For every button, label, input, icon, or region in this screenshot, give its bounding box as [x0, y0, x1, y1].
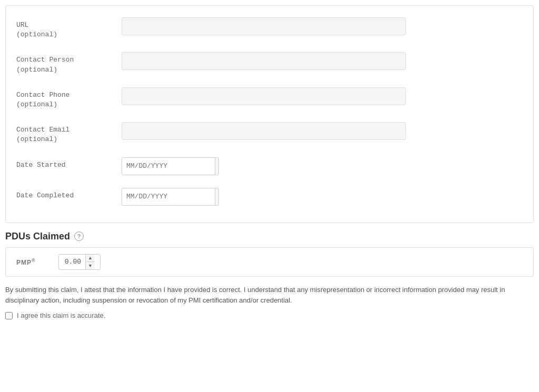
pdus-section-title: PDUs Claimed ?	[5, 231, 534, 242]
contact-phone-input[interactable]	[122, 87, 406, 105]
date-started-row: Date Started	[16, 151, 523, 182]
date-started-input[interactable]	[122, 159, 215, 173]
date-completed-control	[122, 188, 406, 206]
url-input[interactable]	[122, 17, 406, 35]
pmp-value-input[interactable]	[59, 255, 85, 268]
pmp-spinner-buttons: ▲ ▼	[85, 255, 95, 269]
contact-person-control	[122, 52, 406, 70]
contact-phone-control	[122, 87, 406, 105]
url-control	[122, 17, 406, 35]
contact-person-label: Contact Person(optional)	[16, 52, 122, 74]
contact-person-input[interactable]	[122, 52, 406, 70]
date-started-control	[122, 157, 406, 175]
pdus-row: PMP® ▲ ▼	[16, 254, 523, 270]
pmp-spinner-wrapper: ▲ ▼	[58, 254, 101, 270]
url-row: URL(optional)	[16, 11, 523, 46]
agree-row: I agree this claim is accurate.	[5, 311, 534, 319]
pdus-help-icon[interactable]: ?	[74, 232, 84, 241]
contact-email-input[interactable]	[122, 122, 406, 140]
contact-email-label: Contact Email(optional)	[16, 122, 122, 144]
disclaimer-text: By submitting this claim, I attest that …	[5, 285, 534, 307]
date-started-label: Date Started	[16, 157, 122, 170]
contact-email-row: Contact Email(optional)	[16, 116, 523, 150]
date-started-calendar-button[interactable]	[215, 158, 219, 175]
pdus-section: PMP® ▲ ▼	[5, 247, 534, 277]
pmp-increment-button[interactable]: ▲	[86, 255, 95, 262]
pmp-label: PMP®	[16, 258, 48, 266]
date-completed-calendar-button[interactable]	[215, 188, 219, 205]
contact-phone-row: Contact Phone(optional)	[16, 81, 523, 116]
pmp-decrement-button[interactable]: ▼	[86, 262, 95, 269]
date-completed-wrapper	[122, 188, 219, 206]
date-started-wrapper	[122, 157, 219, 175]
date-completed-row: Date Completed	[16, 182, 523, 212]
contact-phone-label: Contact Phone(optional)	[16, 87, 122, 109]
agree-label: I agree this claim is accurate.	[17, 311, 105, 319]
agree-checkbox[interactable]	[5, 312, 13, 319]
contact-person-row: Contact Person(optional)	[16, 46, 523, 81]
contact-email-control	[122, 122, 406, 140]
pdus-title-text: PDUs Claimed	[5, 231, 70, 242]
form-section: URL(optional) Contact Person(optional) C…	[5, 5, 534, 223]
date-completed-input[interactable]	[122, 189, 215, 204]
date-completed-label: Date Completed	[16, 188, 122, 200]
url-label: URL(optional)	[16, 17, 122, 39]
